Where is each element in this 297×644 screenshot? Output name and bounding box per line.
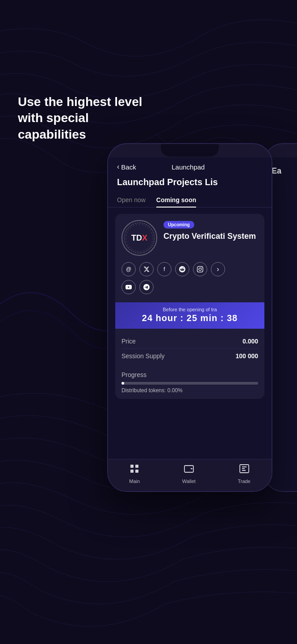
social-icon-youtube[interactable] bbox=[121, 280, 136, 294]
card-info: Upcoming Crypto Verificati System bbox=[163, 220, 258, 242]
wallet-icon bbox=[184, 463, 194, 477]
price-row: Price 0.000 bbox=[121, 334, 258, 349]
phone-frame: ‹ Back Launchpad Launchpad Projects Lis … bbox=[107, 143, 272, 492]
nav-main[interactable]: Main bbox=[129, 463, 140, 484]
project-name: Crypto Verificati System bbox=[163, 231, 258, 242]
price-value: 0.000 bbox=[243, 338, 258, 345]
screen-header: ‹ Back Launchpad bbox=[108, 157, 272, 174]
wallet-nav-label: Wallet bbox=[182, 479, 196, 484]
back-label: Back bbox=[121, 163, 136, 171]
social-icon-twitter[interactable] bbox=[139, 262, 154, 276]
progress-section: Progress Distributed tokens: 0.00% bbox=[115, 369, 264, 399]
social-icons-line-1: @ f › bbox=[121, 262, 258, 276]
logo-text: TDX bbox=[131, 233, 147, 243]
social-row: @ f › bbox=[115, 260, 264, 302]
header-title: Launchpad bbox=[172, 163, 205, 171]
svg-rect-4 bbox=[135, 470, 138, 473]
bottom-nav: Main Wallet Trade bbox=[108, 459, 272, 491]
supply-value: 100 000 bbox=[235, 352, 258, 360]
project-logo: TDX bbox=[121, 220, 157, 256]
social-icon-facebook[interactable]: f bbox=[157, 262, 172, 276]
main-nav-label: Main bbox=[129, 479, 140, 484]
svg-rect-3 bbox=[130, 470, 134, 473]
price-label: Price bbox=[121, 338, 136, 345]
supply-label: Session Supply bbox=[121, 352, 165, 360]
timer-value: 24 hour : 25 min : 38 bbox=[121, 313, 258, 323]
tabs-row: Open now Coming soon bbox=[108, 193, 272, 208]
tab-open-now[interactable]: Open now bbox=[117, 193, 146, 207]
nav-wallet[interactable]: Wallet bbox=[182, 463, 196, 484]
timer-banner: Before the opening of tra 24 hour : 25 m… bbox=[115, 302, 264, 329]
progress-bar-bg bbox=[121, 382, 258, 385]
main-icon bbox=[129, 463, 140, 477]
svg-rect-2 bbox=[135, 465, 138, 468]
card-top: TDX Upcoming Crypto Verificati System bbox=[115, 214, 264, 260]
phone-screen: ‹ Back Launchpad Launchpad Projects Lis … bbox=[108, 157, 272, 491]
project-card: TDX Upcoming Crypto Verificati System @ bbox=[115, 214, 264, 399]
back-chevron-icon: ‹ bbox=[117, 163, 119, 171]
social-icons-line-2 bbox=[121, 280, 258, 294]
progress-tokens: Distributed tokens: 0.00% bbox=[121, 387, 258, 394]
social-icon-reddit[interactable] bbox=[175, 262, 189, 276]
social-icon-more[interactable]: › bbox=[211, 262, 225, 276]
page-title: Launchpad Projects Lis bbox=[108, 174, 272, 193]
social-icon-telegram[interactable] bbox=[139, 280, 154, 294]
progress-bar-fill bbox=[121, 382, 124, 385]
supply-row: Session Supply 100 000 bbox=[121, 349, 258, 363]
svg-point-6 bbox=[191, 468, 192, 469]
upcoming-badge: Upcoming bbox=[163, 221, 194, 229]
svg-rect-1 bbox=[130, 465, 134, 468]
progress-label: Progress bbox=[121, 371, 258, 378]
hero-text: Use the highest level with special capab… bbox=[18, 94, 143, 143]
trade-nav-label: Trade bbox=[238, 479, 250, 484]
phone-mockup: ‹ Back Launchpad Launchpad Projects Lis … bbox=[107, 143, 272, 492]
trade-icon bbox=[239, 463, 250, 477]
timer-label: Before the opening of tra bbox=[121, 307, 258, 312]
info-section: Price 0.000 Session Supply 100 000 bbox=[115, 329, 264, 369]
second-phone-text: Ea bbox=[272, 166, 297, 176]
phone-notch bbox=[161, 144, 219, 157]
tab-coming-soon[interactable]: Coming soon bbox=[156, 193, 196, 207]
back-button[interactable]: ‹ Back bbox=[117, 163, 136, 171]
nav-trade[interactable]: Trade bbox=[238, 463, 250, 484]
social-icon-instagram[interactable] bbox=[193, 262, 207, 276]
social-icon-at[interactable]: @ bbox=[121, 262, 136, 276]
